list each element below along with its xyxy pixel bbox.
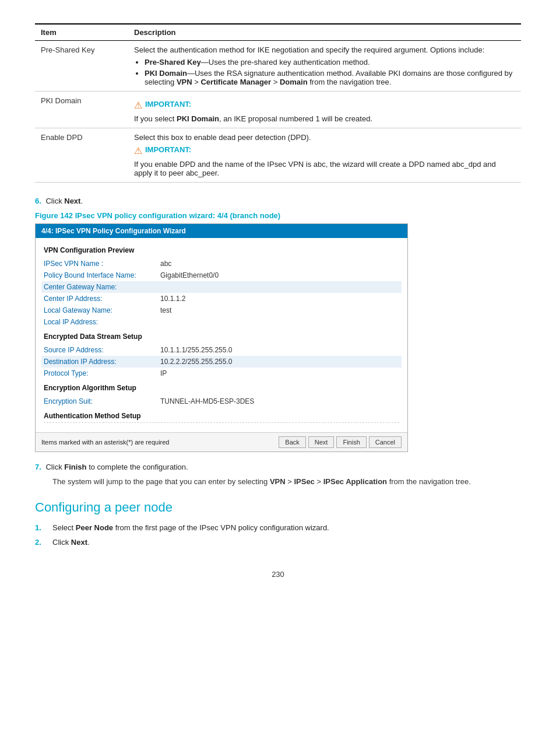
field-label: Protocol Type:	[44, 369, 160, 377]
table-row: Pre-Shared Key Select the authentication…	[35, 41, 521, 92]
field-label: IPSec VPN Name :	[44, 260, 160, 268]
field-label: Source IP Address:	[44, 346, 160, 354]
important-icon: ⚠	[134, 100, 142, 111]
wizard-section-encryption: Encryption Algorithm Setup	[44, 384, 399, 392]
wizard-section-encrypted: Encrypted Data Stream Setup	[44, 332, 399, 341]
item-description: Select this box to enable dead peer dete…	[128, 128, 521, 183]
item-description: ⚠ IMPORTANT: If you select PKI Domain, a…	[128, 92, 521, 128]
wizard-tab-label: 4/4: IPSec VPN Policy Configuration Wiza…	[41, 227, 186, 235]
step-7-bold: Finish	[64, 463, 86, 471]
step-7-block: 7. Click Finish to complete the configur…	[35, 463, 521, 486]
wizard-row: IPSec VPN Name : abc	[44, 258, 399, 270]
page-number: 230	[35, 570, 521, 579]
field-label: Center Gateway Name:	[44, 283, 160, 291]
wizard-row: Policy Bound Interface Name: GigabitEthe…	[44, 270, 399, 281]
field-value: GigabitEthernet0/0	[160, 271, 219, 279]
important-label: IMPORTANT:	[145, 145, 191, 154]
field-value: TUNNEL-AH-MD5-ESP-3DES	[160, 397, 254, 405]
wizard-footer-buttons: Back Next Finish Cancel	[279, 436, 402, 448]
item-label: Enable DPD	[35, 128, 128, 183]
wizard-row: Encryption Suit: TUNNEL-AH-MD5-ESP-3DES	[44, 396, 399, 407]
finish-button[interactable]: Finish	[336, 436, 366, 448]
peer-step-1-num: 1.	[35, 523, 41, 532]
col-item-header: Item	[35, 24, 128, 41]
peer-step-1: 1. Select Peer Node from the first page …	[35, 523, 521, 532]
back-button[interactable]: Back	[279, 436, 305, 448]
wizard-box: 4/4: IPSec VPN Policy Configuration Wiza…	[35, 223, 408, 452]
peer-node-bold: Peer Node	[76, 523, 113, 532]
peer-step-2: 2. Click Next.	[35, 538, 521, 547]
field-label: Center IP Address:	[44, 295, 160, 303]
wizard-row: Local Gateway Name: test	[44, 304, 399, 316]
wizard-row: Destination IP Address: 10.2.2.2/255.255…	[41, 356, 402, 368]
wizard-row: Local IP Address:	[44, 316, 399, 328]
wizard-row: Center Gateway Name:	[41, 281, 402, 293]
figure-caption: Figure 142 IPsec VPN policy configuratio…	[35, 211, 521, 220]
field-value: 10.1.1.2	[160, 295, 185, 303]
main-table: Item Description Pre-Shared Key Select t…	[35, 23, 521, 183]
field-value: IP	[160, 369, 167, 377]
wizard-row: Center IP Address: 10.1.1.2	[44, 293, 399, 304]
table-row: PKI Domain ⚠ IMPORTANT: If you select PK…	[35, 92, 521, 128]
peer-steps-list: 1. Select Peer Node from the first page …	[35, 523, 521, 547]
wizard-footer: Items marked with an asterisk(*) are req…	[36, 432, 407, 452]
peer-step-2-num: 2.	[35, 538, 41, 547]
next-button[interactable]: Next	[308, 436, 335, 448]
step-6-num: 6.	[35, 197, 41, 205]
wizard-tab-bar: 4/4: IPSec VPN Policy Configuration Wiza…	[36, 224, 407, 238]
field-value: 10.1.1.1/255.255.255.0	[160, 346, 232, 354]
field-label: Local IP Address:	[44, 318, 160, 326]
wizard-section-auth: Authentication Method Setup	[44, 412, 399, 423]
cancel-button[interactable]: Cancel	[369, 436, 402, 448]
wizard-row: Source IP Address: 10.1.1.1/255.255.255.…	[44, 344, 399, 356]
step-7-num: 7.	[35, 463, 41, 471]
step-7-text: Click Finish to complete the configurati…	[45, 463, 188, 471]
col-desc-header: Description	[128, 24, 521, 41]
wizard-body: VPN Configuration Preview IPSec VPN Name…	[36, 238, 407, 432]
step-6-line: 6. Click Next.	[35, 197, 521, 205]
step-6-bold: Next	[64, 197, 80, 205]
peer-step-2-bold: Next	[71, 538, 87, 547]
wizard-section-vpn-preview: VPN Configuration Preview	[44, 246, 399, 254]
item-description: Select the authentication method for IKE…	[128, 41, 521, 92]
table-row: Enable DPD Select this box to enable dea…	[35, 128, 521, 183]
field-label: Encryption Suit:	[44, 397, 160, 405]
item-label: PKI Domain	[35, 92, 128, 128]
field-value: 10.2.2.2/255.255.255.0	[160, 358, 232, 366]
item-label: Pre-Shared Key	[35, 41, 128, 92]
field-label: Policy Bound Interface Name:	[44, 271, 160, 279]
footer-note: Items marked with an asterisk(*) are req…	[41, 439, 169, 446]
field-label: Destination IP Address:	[44, 358, 160, 366]
field-label: Local Gateway Name:	[44, 306, 160, 314]
field-value: abc	[160, 260, 171, 268]
important-icon: ⚠	[134, 145, 142, 156]
wizard-row: Protocol Type: IP	[44, 368, 399, 379]
step-6-text: Click Next.	[45, 197, 83, 205]
section-heading: Configuring a peer node	[35, 500, 521, 515]
important-label: IMPORTANT:	[145, 100, 191, 108]
step-7-line: 7. Click Finish to complete the configur…	[35, 463, 521, 471]
field-value: test	[160, 306, 171, 314]
step-7-sub: The system will jump to the page that yo…	[35, 477, 521, 486]
